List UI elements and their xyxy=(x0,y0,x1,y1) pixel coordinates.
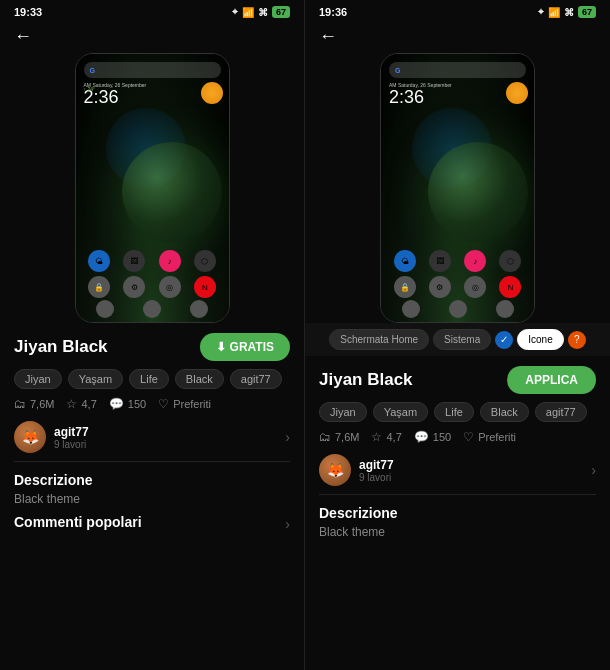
download-label: GRATIS xyxy=(230,340,274,354)
preview-weather-row: ↑ 24° xyxy=(84,86,95,92)
stat-comments: 💬 150 xyxy=(109,397,146,411)
preview-weather-icon xyxy=(201,82,223,104)
theme-title-right: Jiyan Black xyxy=(319,370,413,390)
description-text-right: Black theme xyxy=(319,525,596,539)
tag-author[interactable]: agit77 xyxy=(230,369,282,389)
heart-icon: ♡ xyxy=(158,397,169,411)
folder-icon-r: 🗂 xyxy=(319,430,331,444)
phone-preview-right: G AM Saturday, 26 September 2:36 🌤 🖼 ♪ ⬡… xyxy=(380,53,535,323)
google-g-icon: G xyxy=(90,67,95,74)
preview-app-lens-r: ◎ xyxy=(464,276,486,298)
bluetooth-icon-r: ⌖ xyxy=(538,6,544,18)
back-button-left[interactable]: ← xyxy=(0,22,304,53)
tag-life-r[interactable]: Life xyxy=(434,402,474,422)
tag-life[interactable]: Life xyxy=(129,369,169,389)
author-row-left[interactable]: 🦊 agit77 9 lavori › xyxy=(14,421,290,462)
preview-time-r: 2:36 xyxy=(389,88,452,106)
preview-dock xyxy=(82,300,223,318)
comments-row-left[interactable]: Commenti popolari › xyxy=(14,514,290,534)
dock-icon-cam xyxy=(190,300,208,318)
left-panel: 19:33 ⌖ 📶 ⌘ 67 ← G AM Saturday, 26 Septe… xyxy=(0,0,305,670)
description-title-left: Descrizione xyxy=(14,472,290,488)
dock-icon-msg-r xyxy=(449,300,467,318)
description-text-left: Black theme xyxy=(14,492,290,506)
tag-yasam[interactable]: Yaşam xyxy=(68,369,123,389)
preview-app-security-r: 🔒 xyxy=(394,276,416,298)
title-row-right: Jiyan Black APPLICA xyxy=(319,366,596,394)
google-g-icon-r: G xyxy=(395,67,400,74)
theme-title-left: Jiyan Black xyxy=(14,337,108,357)
tag-black[interactable]: Black xyxy=(175,369,224,389)
preview-search-bar: G xyxy=(84,62,221,78)
apply-button[interactable]: APPLICA xyxy=(507,366,596,394)
preview-icons-row-1r: 🌤 🖼 ♪ ⬡ xyxy=(387,250,528,272)
battery-icon: 67 xyxy=(272,6,290,18)
stat-downloads: 🗂 7,6M xyxy=(14,397,54,411)
author-details-right: agit77 9 lavori xyxy=(359,458,394,483)
tag-yasam-r[interactable]: Yaşam xyxy=(373,402,428,422)
stat-rating-r: ☆ 4,7 xyxy=(371,430,401,444)
heart-icon-r: ♡ xyxy=(463,430,474,444)
stat-favorites-r[interactable]: ♡ Preferiti xyxy=(463,430,516,444)
preview-weather-icon-r xyxy=(506,82,528,104)
time-left: 19:33 xyxy=(14,6,42,18)
tab-system[interactable]: Sistema xyxy=(433,329,491,350)
preview-time-block-r: AM Saturday, 26 September 2:36 xyxy=(389,82,452,106)
preview-icons-row-2r: 🔒 ⚙ ◎ N xyxy=(387,276,528,298)
author-avatar-right: 🦊 xyxy=(319,454,351,486)
right-content-area: Jiyan Black APPLICA Jiyan Yaşam Life Bla… xyxy=(305,356,610,670)
left-content-area: Jiyan Black ⬇ GRATIS Jiyan Yaşam Life Bl… xyxy=(0,323,304,670)
battery-icon-r: 67 xyxy=(578,6,596,18)
download-icon: ⬇ xyxy=(216,340,226,354)
bluetooth-icon: ⌖ xyxy=(232,6,238,18)
back-button-right[interactable]: ← xyxy=(305,22,610,53)
stat-comments-r: 💬 150 xyxy=(414,430,451,444)
status-bar-left: 19:33 ⌖ 📶 ⌘ 67 xyxy=(0,0,304,22)
tag-jiyan-r[interactable]: Jiyan xyxy=(319,402,367,422)
signal-icon-r: 📶 xyxy=(548,7,560,18)
preview-app-lens: ◎ xyxy=(159,276,181,298)
author-works-right: 9 lavori xyxy=(359,472,394,483)
tab-home[interactable]: Schermata Home xyxy=(329,329,429,350)
author-works-left: 9 lavori xyxy=(54,439,89,450)
preview-app-tools-r: ⚙ xyxy=(429,276,451,298)
tag-jiyan[interactable]: Jiyan xyxy=(14,369,62,389)
tags-row-left: Jiyan Yaşam Life Black agit77 xyxy=(14,369,290,389)
comments-title-left: Commenti popolari xyxy=(14,514,142,530)
phone-preview-left: G AM Saturday, 26 September 2:36 ↑ 24° 🌤… xyxy=(75,53,230,323)
tab-check-icon: ✓ xyxy=(495,331,513,349)
title-row-left: Jiyan Black ⬇ GRATIS xyxy=(14,333,290,361)
stats-row-right: 🗂 7,6M ☆ 4,7 💬 150 ♡ Preferiti xyxy=(319,430,596,444)
tag-black-r[interactable]: Black xyxy=(480,402,529,422)
author-row-right[interactable]: 🦊 agit77 9 lavori › xyxy=(319,454,596,495)
preview-app-weather: 🌤 xyxy=(88,250,110,272)
stat-rating-value-r: 4,7 xyxy=(386,431,401,443)
dock-icon-msg xyxy=(143,300,161,318)
preview-app-weather-r: 🌤 xyxy=(394,250,416,272)
tab-icons[interactable]: Icone xyxy=(517,329,563,350)
stat-downloads-value-r: 7,6M xyxy=(335,431,359,443)
time-right: 19:36 xyxy=(319,6,347,18)
author-info-right: 🦊 agit77 9 lavori xyxy=(319,454,394,486)
preview-app-gallery: 🖼 xyxy=(123,250,145,272)
preview-app-netflix: N xyxy=(194,276,216,298)
stat-downloads-r: 🗂 7,6M xyxy=(319,430,359,444)
tab-question-icon[interactable]: ? xyxy=(568,331,586,349)
dock-icon-phone xyxy=(96,300,114,318)
author-info-left: 🦊 agit77 9 lavori xyxy=(14,421,89,453)
preview-app-gallery-r: 🖼 xyxy=(429,250,451,272)
preview-app-security: 🔒 xyxy=(88,276,110,298)
tags-row-right: Jiyan Yaşam Life Black agit77 xyxy=(319,402,596,422)
stat-favorites[interactable]: ♡ Preferiti xyxy=(158,397,211,411)
stat-favorites-label: Preferiti xyxy=(173,398,211,410)
stat-comments-value: 150 xyxy=(128,398,146,410)
description-title-right: Descrizione xyxy=(319,505,596,521)
tab-bar: Schermata Home Sistema ✓ Icone ? xyxy=(305,323,610,356)
stat-favorites-label-r: Preferiti xyxy=(478,431,516,443)
download-button[interactable]: ⬇ GRATIS xyxy=(200,333,290,361)
preview-search-bar-r: G xyxy=(389,62,526,78)
folder-icon: 🗂 xyxy=(14,397,26,411)
tag-author-r[interactable]: agit77 xyxy=(535,402,587,422)
preview-icons-row-2: 🔒 ⚙ ◎ N xyxy=(82,276,223,298)
dock-icon-cam-r xyxy=(496,300,514,318)
